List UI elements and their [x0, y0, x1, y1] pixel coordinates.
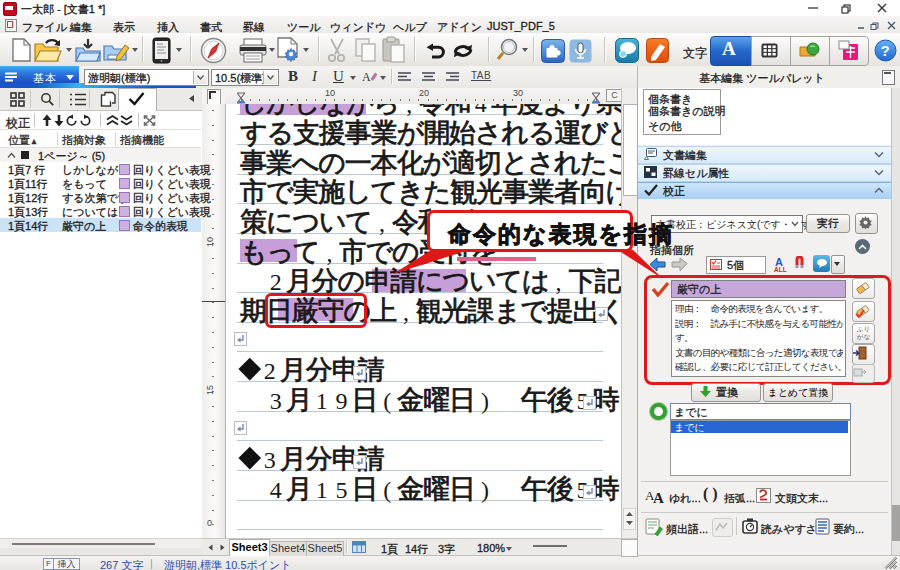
svg-text:A: A [362, 70, 371, 84]
svg-text:A: A [653, 490, 664, 504]
svg-text:?: ? [881, 42, 890, 59]
svg-text:ALL: ALL [774, 266, 787, 273]
